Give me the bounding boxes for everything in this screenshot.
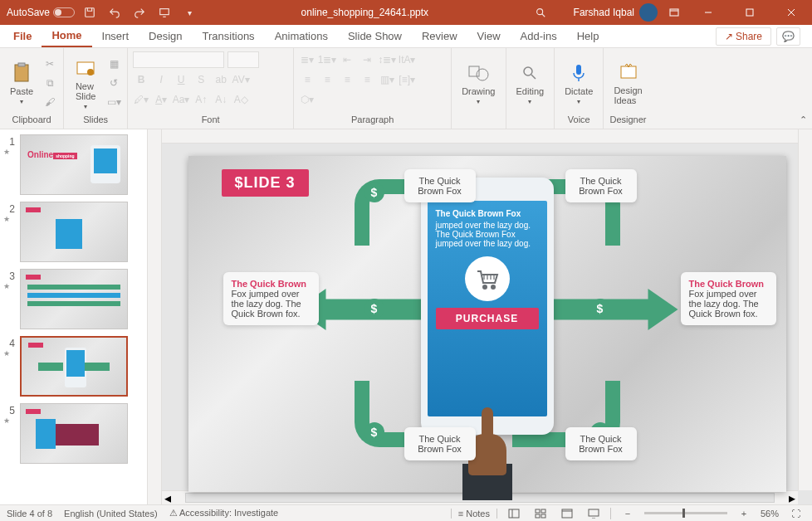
user-account[interactable]: Farshad Iqbal xyxy=(574,3,658,22)
highlight-icon[interactable]: A▾ xyxy=(153,91,169,108)
align-left-button[interactable]: ≡ xyxy=(299,71,316,88)
collapse-ribbon-icon[interactable]: ⌃ xyxy=(800,114,807,125)
tab-home[interactable]: Home xyxy=(42,25,91,47)
tab-insert[interactable]: Insert xyxy=(92,25,139,47)
tab-file[interactable]: File xyxy=(3,25,42,47)
layout-icon[interactable]: ▦ xyxy=(105,56,122,72)
tab-review[interactable]: Review xyxy=(412,25,467,47)
tab-animations[interactable]: Animations xyxy=(265,25,338,47)
slide-canvas[interactable]: $LIDE 3 $ $ $ $ $ $ The Quick Brown Fox … xyxy=(188,156,786,492)
design-ideas-button[interactable]: Design Ideas xyxy=(609,59,647,107)
numbering-button[interactable]: 1≣▾ xyxy=(319,51,335,68)
callout-left[interactable]: The Quick Brown Fox jumped over the lazy… xyxy=(223,272,319,325)
scroll-left-icon[interactable]: ◂ xyxy=(162,490,174,506)
cut-icon[interactable]: ✂ xyxy=(42,56,58,72)
copy-icon[interactable]: ⧉ xyxy=(42,75,58,91)
clear-formatting-button[interactable]: A◇ xyxy=(232,91,249,108)
zoom-out-button[interactable]: − xyxy=(618,507,638,520)
vertical-scrollbar[interactable] xyxy=(798,129,812,490)
share-button[interactable]: ↗ Share xyxy=(716,27,771,46)
panel-scrollbar[interactable] xyxy=(147,129,161,504)
reading-view-icon[interactable] xyxy=(557,507,577,520)
change-case-button[interactable]: Aa▾ xyxy=(173,91,189,108)
font-family-select[interactable] xyxy=(133,51,224,68)
underline-button[interactable]: U xyxy=(173,71,189,88)
strikethrough-button[interactable]: S xyxy=(193,71,209,88)
zoom-level[interactable]: 56% xyxy=(761,509,779,519)
callout-top-left[interactable]: The Quick Brown Fox xyxy=(404,169,476,202)
callout-bottom-right[interactable]: The Quick Brown Fox xyxy=(565,427,637,460)
increase-indent-button[interactable]: ⇥ xyxy=(359,51,375,68)
autosave-toggle[interactable]: AutoSave xyxy=(7,7,75,18)
callout-top-right[interactable]: The Quick Brown Fox xyxy=(565,169,637,202)
align-right-button[interactable]: ≡ xyxy=(339,71,355,88)
start-from-beginning-icon[interactable] xyxy=(154,3,174,22)
bold-button[interactable]: B xyxy=(133,71,149,88)
italic-button[interactable]: I xyxy=(153,71,169,88)
slide-title-badge[interactable]: $LIDE 3 xyxy=(222,169,309,197)
slide-sorter-icon[interactable] xyxy=(531,507,550,520)
columns-button[interactable]: ▥▾ xyxy=(379,71,395,88)
drawing-button[interactable]: Drawing ▾ xyxy=(457,60,500,107)
animation-star-icon: ★ xyxy=(3,349,15,358)
accessibility-status[interactable]: ⚠ Accessibility: Investigate xyxy=(169,508,279,519)
font-color-icon[interactable]: 🖊▾ xyxy=(133,91,149,108)
status-bar: Slide 4 of 8 English (United States) ⚠ A… xyxy=(0,504,812,521)
slide-thumbnail-4[interactable]: 4★ xyxy=(3,336,144,397)
bullets-button[interactable]: ≣▾ xyxy=(299,51,316,68)
font-size-select[interactable] xyxy=(227,51,259,68)
tab-help[interactable]: Help xyxy=(567,25,609,47)
zoom-slider[interactable] xyxy=(644,512,727,514)
normal-view-icon[interactable] xyxy=(504,507,524,520)
tab-addins[interactable]: Add-ins xyxy=(511,25,567,47)
language-status[interactable]: English (United States) xyxy=(64,509,158,519)
increase-font-button[interactable]: A↑ xyxy=(193,91,209,108)
search-icon[interactable] xyxy=(531,3,550,22)
paste-button[interactable]: Paste ▾ xyxy=(5,60,38,107)
ribbon-display-options-icon[interactable] xyxy=(664,3,684,22)
text-direction-button[interactable]: ItA▾ xyxy=(399,51,415,68)
save-icon[interactable] xyxy=(80,3,100,22)
section-icon[interactable]: ▭▾ xyxy=(105,94,122,110)
slide-counter[interactable]: Slide 4 of 8 xyxy=(7,509,52,519)
slide-thumbnail-3[interactable]: 3★ xyxy=(3,269,144,329)
font-group-label: Font xyxy=(133,114,288,128)
callout-bottom-left[interactable]: The Quick Brown Fox xyxy=(404,427,476,460)
close-button[interactable] xyxy=(774,0,809,25)
slideshow-view-icon[interactable] xyxy=(584,507,604,520)
align-text-button[interactable]: [≡]▾ xyxy=(399,71,415,88)
fit-to-window-icon[interactable]: ⛶ xyxy=(785,507,805,520)
comments-button[interactable]: 💬 xyxy=(776,27,800,46)
slide-thumbnail-1[interactable]: 1★ Onlineshopping xyxy=(3,134,144,195)
tab-slideshow[interactable]: Slide Show xyxy=(338,25,412,47)
line-spacing-button[interactable]: ↕≣▾ xyxy=(379,51,395,68)
redo-icon[interactable] xyxy=(130,3,149,22)
editing-button[interactable]: Editing ▾ xyxy=(511,60,550,107)
new-slide-button[interactable]: New Slide ▾ xyxy=(69,55,102,112)
convert-smartart-button[interactable]: ⬡▾ xyxy=(299,91,316,108)
decrease-indent-button[interactable]: ⇤ xyxy=(339,51,355,68)
slide-thumbnail-5[interactable]: 5★ xyxy=(3,403,144,464)
zoom-in-button[interactable]: + xyxy=(734,507,754,520)
notes-button[interactable]: ≡ Notes xyxy=(451,509,497,519)
character-spacing-button[interactable]: AV▾ xyxy=(232,71,249,88)
align-center-button[interactable]: ≡ xyxy=(319,71,335,88)
scroll-right-icon[interactable]: ▸ xyxy=(786,490,798,506)
dictate-button[interactable]: Dictate ▾ xyxy=(560,60,598,107)
tab-transitions[interactable]: Transitions xyxy=(193,25,265,47)
reset-icon[interactable]: ↺ xyxy=(105,75,122,91)
text-shadow-button[interactable]: ab xyxy=(213,71,229,88)
tab-view[interactable]: View xyxy=(467,25,511,47)
undo-icon[interactable] xyxy=(105,3,125,22)
callout-right[interactable]: The Quick Brown Fox jumped over the lazy… xyxy=(681,272,776,325)
decrease-font-button[interactable]: A↓ xyxy=(213,91,229,108)
format-painter-icon[interactable]: 🖌 xyxy=(42,94,58,110)
slide-thumbnail-2[interactable]: 2★ xyxy=(3,202,144,262)
justify-button[interactable]: ≡ xyxy=(359,71,375,88)
ribbon-group-slides: New Slide ▾ ▦ ↺ ▭▾ Slides xyxy=(64,48,128,129)
tab-design[interactable]: Design xyxy=(139,25,192,47)
qat-overflow-icon[interactable]: ▾ xyxy=(179,3,199,22)
minimize-button[interactable] xyxy=(691,0,726,25)
maximize-button[interactable] xyxy=(732,0,767,25)
phone-graphic[interactable]: The Quick Brown Fox jumped over the lazy… xyxy=(421,178,554,435)
